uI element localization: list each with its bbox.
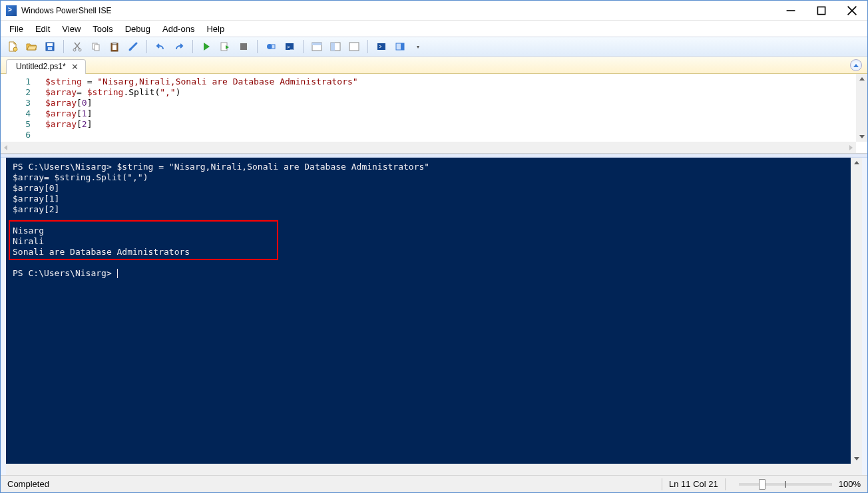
- toolbar: >_▾: [1, 37, 867, 57]
- tab-strip: Untitled2.ps1* ✕: [1, 57, 867, 74]
- console-vertical-scrollbar[interactable]: [851, 158, 862, 464]
- collapse-pane-button[interactable]: [850, 59, 862, 71]
- editor-vertical-scrollbar[interactable]: [856, 74, 867, 142]
- minimize-button[interactable]: [775, 1, 806, 21]
- editor-line: $array[0]: [45, 98, 867, 108]
- svg-rect-11: [95, 45, 99, 51]
- svg-point-4: [13, 47, 17, 51]
- menu-tools[interactable]: Tools: [87, 22, 118, 36]
- addon-button[interactable]: [392, 39, 408, 55]
- tab-untitled2[interactable]: Untitled2.ps1* ✕: [6, 59, 86, 74]
- clear-icon: [128, 41, 138, 52]
- zoom-slider-thumb[interactable]: [759, 479, 765, 490]
- svg-rect-18: [272, 45, 275, 49]
- breakpoint-icon: [266, 41, 276, 52]
- svg-rect-22: [312, 43, 322, 45]
- menu-bar: FileEditViewToolsDebugAdd-onsHelp: [1, 21, 867, 37]
- layout3-icon: [349, 41, 359, 52]
- svg-rect-24: [331, 43, 335, 51]
- new-remote-button[interactable]: >_: [282, 39, 298, 55]
- tab-close-icon[interactable]: ✕: [71, 63, 79, 71]
- svg-rect-1: [817, 7, 825, 14]
- run-selection-button[interactable]: [217, 39, 233, 55]
- chevron-down-icon: ▾: [417, 44, 419, 50]
- new-file-button[interactable]: [5, 39, 21, 55]
- editor-line: $array= $string.Split(","): [45, 87, 867, 98]
- menu-debug[interactable]: Debug: [119, 22, 156, 36]
- editor-line: $string = "Nisarg,Nirali,Sonali are Data…: [45, 77, 867, 87]
- open-file-button[interactable]: [23, 39, 39, 55]
- svg-rect-28: [401, 43, 404, 50]
- window-title: Windows PowerShell ISE: [21, 6, 111, 15]
- editor-horizontal-scrollbar[interactable]: [1, 142, 856, 153]
- svg-rect-14: [112, 45, 116, 50]
- svg-text:>_: >_: [287, 44, 294, 50]
- redo-button[interactable]: [171, 39, 187, 55]
- editor-line: $array[2]: [45, 119, 867, 130]
- menu-add-ons[interactable]: Add-ons: [156, 22, 200, 36]
- copy-button[interactable]: [88, 39, 104, 55]
- menu-file[interactable]: File: [3, 22, 29, 36]
- save-icon: [45, 41, 55, 52]
- toolbar-overflow-button[interactable]: ▾: [411, 39, 427, 55]
- console-output: PS C:\Users\Nisarg> $string = "Nisarg,Ni…: [13, 162, 861, 279]
- redo-icon: [174, 41, 184, 52]
- layout2-icon: [330, 41, 341, 52]
- maximize-button[interactable]: [806, 1, 837, 21]
- paste-button[interactable]: [107, 39, 122, 55]
- run-button[interactable]: [198, 39, 214, 55]
- title-bar: Windows PowerShell ISE: [1, 1, 867, 21]
- menu-help[interactable]: Help: [200, 22, 230, 36]
- layout1-icon: [312, 41, 322, 52]
- new-file-icon: [7, 41, 18, 52]
- tab-label: Untitled2.ps1*: [16, 62, 66, 71]
- addon-icon: [395, 41, 405, 52]
- undo-icon: [155, 41, 166, 52]
- menu-edit[interactable]: Edit: [29, 22, 56, 36]
- save-button[interactable]: [42, 39, 58, 55]
- copy-icon: [91, 41, 101, 52]
- layout1-button[interactable]: [309, 39, 325, 55]
- menu-view[interactable]: View: [56, 22, 87, 36]
- cursor-position: Ln 11 Col 21: [669, 479, 718, 489]
- cut-icon: [72, 41, 83, 52]
- close-button[interactable]: [837, 1, 867, 21]
- undo-button[interactable]: [152, 39, 168, 55]
- svg-rect-7: [48, 47, 52, 50]
- stop-button[interactable]: [236, 39, 252, 55]
- svg-rect-13: [112, 43, 116, 45]
- paste-icon: [109, 41, 120, 52]
- cut-button[interactable]: [69, 39, 85, 55]
- status-text: Completed: [7, 479, 49, 489]
- zoom-percent: 100%: [839, 479, 861, 489]
- editor-line: $array[1]: [45, 108, 867, 119]
- svg-rect-25: [349, 43, 359, 51]
- zoom-slider[interactable]: [739, 483, 832, 486]
- stop-icon: [238, 41, 249, 52]
- console-pane[interactable]: PS C:\Users\Nisarg> $string = "Nisarg,Ni…: [6, 158, 862, 464]
- breakpoint-button[interactable]: [263, 39, 279, 55]
- console-horizontal-scrollbar[interactable]: [6, 464, 862, 475]
- layout3-button[interactable]: [346, 39, 362, 55]
- script-editor-pane: 123456 $string = "Nisarg,Nirali,Sonali a…: [1, 74, 867, 154]
- new-remote-icon: >_: [284, 41, 295, 52]
- app-icon: [6, 5, 17, 16]
- open-file-icon: [26, 41, 37, 52]
- console-pane-wrap: PS C:\Users\Nisarg> $string = "Nisarg,Ni…: [1, 158, 867, 475]
- commands-button[interactable]: [373, 39, 389, 55]
- run-selection-icon: [220, 41, 230, 52]
- layout2-button[interactable]: [327, 39, 343, 55]
- clear-button[interactable]: [125, 39, 141, 55]
- run-icon: [201, 41, 212, 52]
- svg-rect-16: [240, 43, 247, 50]
- commands-icon: [376, 41, 387, 52]
- svg-rect-6: [47, 43, 53, 46]
- status-bar: Completed Ln 11 Col 21 100%: [1, 475, 867, 492]
